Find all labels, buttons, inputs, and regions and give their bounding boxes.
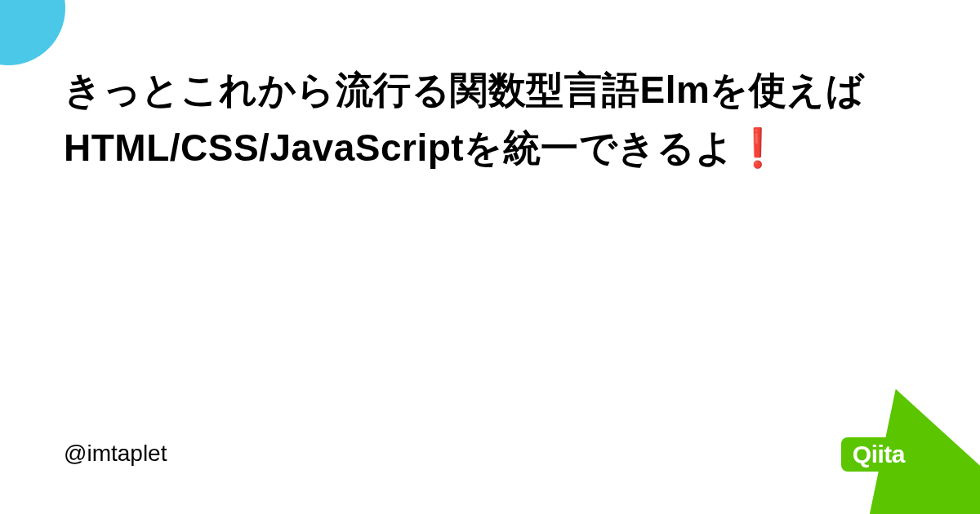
- decoration-triangle: [772, 348, 980, 514]
- exclamation-icon: ❗: [734, 126, 782, 169]
- decoration-circle: [0, 0, 65, 65]
- qiita-logo: Qiita: [841, 437, 916, 472]
- article-title: きっとこれから流行る関数型言語Elmを使えばHTML/CSS/JavaScrip…: [64, 61, 916, 178]
- author-handle: @imtaplet: [64, 441, 167, 467]
